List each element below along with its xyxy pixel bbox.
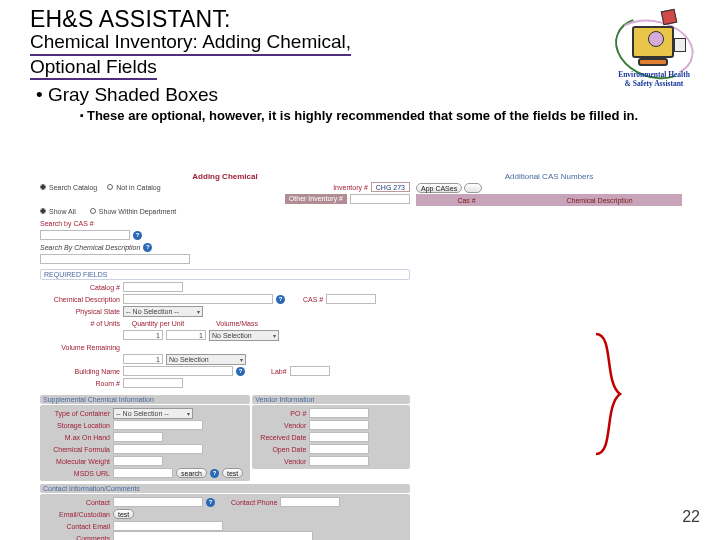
input-mol-weight[interactable] bbox=[113, 456, 163, 466]
label-contact-phone: Contact Phone bbox=[231, 499, 277, 506]
label-max-on-hand: M.ax On Hand bbox=[42, 434, 110, 441]
slide-title-1: EH&S ASSISTANT: bbox=[30, 6, 440, 33]
label-type-container: Type of Container bbox=[42, 410, 110, 417]
input-chem-desc[interactable] bbox=[123, 294, 273, 304]
input-num-units[interactable]: 1 bbox=[123, 330, 163, 340]
label-vendor2: Vendor bbox=[254, 458, 306, 465]
help-icon[interactable]: ? bbox=[133, 231, 142, 240]
radio-show-all[interactable] bbox=[40, 208, 46, 214]
label-mol-weight: Molecular Weight bbox=[42, 458, 110, 465]
help-icon[interactable]: ? bbox=[143, 243, 152, 252]
label-show-within: Show Within Department bbox=[99, 208, 176, 215]
select-type-container[interactable]: -- No Selection -- bbox=[113, 408, 193, 419]
input-search-desc[interactable] bbox=[40, 254, 190, 264]
help-icon[interactable]: ? bbox=[276, 295, 285, 304]
radio-search-catalog[interactable] bbox=[40, 184, 46, 190]
label-volmass: Volume/Mass bbox=[216, 320, 258, 327]
adding-chemical-title: Adding Chemical bbox=[40, 172, 410, 181]
label-inventory-no: Inventory # bbox=[333, 184, 368, 191]
th-chem-desc: Chemical Description bbox=[517, 194, 682, 206]
app-cases-button[interactable]: App CASes bbox=[416, 183, 462, 193]
label-chem-formula: Chemical Formula bbox=[42, 446, 110, 453]
help-icon[interactable]: ? bbox=[206, 498, 215, 507]
select-volmass[interactable]: No Selection bbox=[209, 330, 279, 341]
label-po: PO # bbox=[254, 410, 306, 417]
vendor-heading: Vendor Information bbox=[252, 395, 410, 404]
input-search-cas[interactable] bbox=[40, 230, 130, 240]
input-comments[interactable] bbox=[113, 531, 313, 540]
blank-button[interactable] bbox=[464, 183, 482, 193]
label-lab: Lab# bbox=[271, 368, 287, 375]
contact-heading: Contact Information/Comments bbox=[40, 484, 410, 493]
additional-cas-title: Additional CAS Numbers bbox=[416, 172, 682, 181]
search-button[interactable]: search bbox=[176, 468, 207, 478]
label-not-in-catalog: Not in Catalog bbox=[116, 184, 160, 191]
input-chem-formula[interactable] bbox=[113, 444, 203, 454]
label-building: Building Name bbox=[40, 368, 120, 375]
test-button-2[interactable]: test bbox=[113, 509, 134, 519]
input-contact[interactable] bbox=[113, 497, 203, 507]
label-open-date: Open Date bbox=[254, 446, 306, 453]
select-vol-remain-unit[interactable]: No Selection bbox=[166, 354, 246, 365]
label-num-units: # of Units bbox=[40, 320, 120, 327]
label-show-all: Show All bbox=[49, 208, 76, 215]
select-physical-state[interactable]: -- No Selection -- bbox=[123, 306, 203, 317]
label-chem-desc: Chemical Description bbox=[40, 296, 120, 303]
input-vendor[interactable] bbox=[309, 420, 369, 430]
input-building[interactable] bbox=[123, 366, 233, 376]
label-search-desc: Search By Chemical Description bbox=[40, 244, 140, 251]
test-button[interactable]: test bbox=[222, 468, 243, 478]
label-search-cas: Search by CAS # bbox=[40, 220, 94, 227]
red-bracket-callout-icon bbox=[592, 332, 628, 456]
input-contact-phone[interactable] bbox=[280, 497, 340, 507]
vendor-body: PO # Vendor Received Date Open Date Vend… bbox=[252, 405, 410, 469]
input-vol-remaining[interactable]: 1 bbox=[123, 354, 163, 364]
contact-body: Contact?Contact Phone Email/Custodiantes… bbox=[40, 494, 410, 540]
input-max-on-hand[interactable] bbox=[113, 432, 163, 442]
label-physical-state: Physical State bbox=[40, 308, 120, 315]
label-contact-email: Contact Email bbox=[42, 523, 110, 530]
input-qty-unit[interactable]: 1 bbox=[166, 330, 206, 340]
input-cas[interactable] bbox=[326, 294, 376, 304]
label-msds-url: MSDS URL bbox=[42, 470, 110, 477]
embedded-screenshot: Adding Chemical Search Catalog Not in Ca… bbox=[40, 172, 684, 494]
input-msds-url[interactable] bbox=[113, 468, 173, 478]
input-lab[interactable] bbox=[290, 366, 330, 376]
help-icon[interactable]: ? bbox=[236, 367, 245, 376]
label-other-inventory: Other Inventory # bbox=[285, 194, 347, 204]
page-number: 22 bbox=[682, 508, 700, 526]
label-qty-unit: Quantity per Unit bbox=[130, 320, 186, 327]
input-received-date[interactable] bbox=[309, 432, 369, 442]
label-email-custodian: Email/Custodian bbox=[42, 511, 110, 518]
radio-show-within[interactable] bbox=[90, 208, 96, 214]
radio-not-in-catalog[interactable] bbox=[107, 184, 113, 190]
input-po[interactable] bbox=[309, 408, 369, 418]
supplemental-body: Type of Container-- No Selection -- Stor… bbox=[40, 405, 250, 481]
label-storage-loc: Storage Location bbox=[42, 422, 110, 429]
input-contact-email[interactable] bbox=[113, 521, 223, 531]
label-catalog-no: Catalog # bbox=[40, 284, 120, 291]
label-cas: CAS # bbox=[303, 296, 323, 303]
slide-header: EH&S ASSISTANT: Chemical Inventory: Addi… bbox=[0, 0, 440, 80]
input-vendor2[interactable] bbox=[309, 456, 369, 466]
inventory-no-value: CHG 273 bbox=[371, 182, 410, 192]
label-received-date: Received Date bbox=[254, 434, 306, 441]
slide-title-3: Optional Fields bbox=[30, 56, 157, 80]
supplemental-heading: Supplemental Chemical Information bbox=[40, 395, 250, 404]
input-storage-loc[interactable] bbox=[113, 420, 203, 430]
input-catalog-no[interactable] bbox=[123, 282, 183, 292]
help-icon[interactable]: ? bbox=[210, 469, 219, 478]
input-room[interactable] bbox=[123, 378, 183, 388]
label-vendor: Vendor bbox=[254, 422, 306, 429]
th-cas: Cas # bbox=[416, 194, 517, 206]
ehs-assistant-mascot-icon: Environmental Health& Safety Assistant bbox=[610, 8, 698, 96]
input-other-inventory[interactable] bbox=[350, 194, 410, 204]
label-comments: Comments bbox=[42, 535, 110, 541]
adding-chemical-panel: Adding Chemical Search Catalog Not in Ca… bbox=[40, 172, 410, 540]
slide-title-2: Chemical Inventory: Adding Chemical, bbox=[30, 31, 351, 56]
input-open-date[interactable] bbox=[309, 444, 369, 454]
label-room: Room # bbox=[40, 380, 120, 387]
label-vol-remaining: Volume Remaining bbox=[40, 344, 120, 351]
label-contact: Contact bbox=[42, 499, 110, 506]
required-fields-heading: REQUIRED FIELDS bbox=[40, 269, 410, 280]
